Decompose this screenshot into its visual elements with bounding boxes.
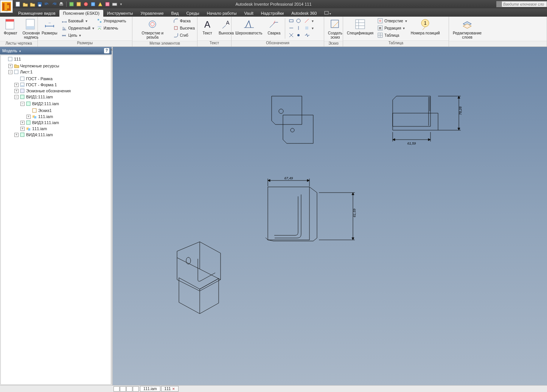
svg-rect-50 [20,89,24,93]
punch-button[interactable]: Высечка [173,25,195,31]
tab-extra-icon[interactable]: ▾ [320,10,335,17]
svg-text:↔: ↔ [48,21,51,25]
svg-rect-19 [98,19,99,20]
sym-5[interactable]: ▾ [304,25,314,31]
separator [285,18,285,39]
revision-button[interactable]: RРедакция▾ [377,25,407,31]
svg-text:67,49: 67,49 [284,176,293,180]
dimension-button[interactable]: ↔Размеры [40,17,59,36]
panel-label-feature: Метки элементов [132,41,197,47]
sym-3[interactable] [288,32,301,39]
sym-6[interactable] [304,32,314,39]
text-button[interactable]: AТекст [200,17,215,36]
format-button[interactable]: Формат [2,17,19,36]
tab-vault[interactable]: Vault [241,10,257,17]
edit-layers-button[interactable]: Редактирование слоев [451,17,483,40]
tree-item[interactable]: −Лист:1 ГОСТ - Рамка +ГОСТ - Форма 1 +Эс… [8,69,110,138]
bom-button[interactable]: Спецификация [345,17,375,36]
qat-icon-2[interactable] [76,1,82,7]
tree-item[interactable]: +ВИД4:111.iam [14,132,110,138]
table-button[interactable]: Таблица [377,32,407,39]
balloon-button[interactable]: 1Номера позиций [409,17,441,36]
qat-icon-4[interactable] [90,1,96,7]
viewmode-3-icon[interactable] [126,386,132,392]
qat-icon-1[interactable] [68,1,75,7]
tree-item[interactable]: +ВИД3:111.iam [20,120,110,126]
search-arrow-icon[interactable] [496,1,502,7]
model-tree[interactable]: 111 +Чертежные ресурсы −Лист:1 ГОСТ - Ра… [0,55,111,385]
svg-rect-10 [91,2,95,6]
viewmode-2-icon[interactable] [120,386,126,392]
new-icon[interactable] [15,1,21,7]
tab-manage[interactable]: Управление [137,10,167,17]
viewmode-4-icon[interactable] [133,386,139,392]
tab-annotate-eskd[interactable]: Пояснение (ESKD) [59,10,103,17]
tree-item[interactable]: +111.iam [26,114,110,120]
drawing-canvas[interactable]: 78,28 61,59 67,49 [113,47,547,385]
svg-point-23 [151,22,154,26]
baseline-button[interactable]: Базовый▾ [61,17,94,24]
tab-views[interactable]: Размещение видов [14,10,59,17]
app-logo[interactable]: PRO [0,0,13,13]
hole-table-button[interactable]: Отверстие▾ [377,17,407,24]
tree-item[interactable]: Эскиз1 [26,107,110,114]
svg-rect-55 [34,116,36,118]
qat-icon-3[interactable] [83,1,89,7]
svg-rect-45 [8,57,12,61]
panel-label-layers [449,41,547,47]
tab-getstarted[interactable]: Начало работы [203,10,241,17]
svg-rect-53 [33,109,36,112]
sym-4[interactable]: ▾ [304,17,314,24]
open2-icon[interactable] [30,1,36,7]
tab-autodesk360[interactable]: Autodesk 360 [287,10,320,17]
tree-item[interactable]: +ГОСТ - Форма 1 [14,82,110,88]
save-icon[interactable] [37,1,43,7]
svg-text:A: A [226,20,230,26]
tree-item[interactable]: ГОСТ - Рамка [14,76,110,82]
svg-rect-13 [325,11,328,14]
svg-text:61,59: 61,59 [353,208,356,217]
surface-button[interactable]: Шероховатость [234,17,264,36]
doc-tab-idw[interactable]: 111✕ [161,386,179,392]
model-browser: Модель ▾ ? 111 +Чертежные ресурсы −Лист:… [0,47,113,385]
qat-icon-6[interactable] [104,1,110,7]
doc-tab-iam[interactable]: 111.iam [140,386,160,392]
tab-environments[interactable]: Среды [183,10,203,17]
tree-item[interactable]: −ВИД2:111.iam Эскиз1 +111.iam [20,101,110,120]
create-sketch-button[interactable]: Создать эскиз [326,17,344,40]
svg-rect-59 [20,133,24,137]
weld-button[interactable]: Сварка [266,17,282,36]
viewmode-1-icon[interactable] [113,386,120,392]
chamfer-button[interactable]: Фаска [173,17,195,24]
help-icon[interactable]: ? [104,48,109,53]
tree-item[interactable]: +Эскизные обозначения [14,88,110,94]
open-icon[interactable] [22,1,28,7]
bend-button[interactable]: Сгиб [173,32,195,39]
keyword-search-input[interactable] [502,1,547,7]
print-icon[interactable] [58,1,64,7]
tab-tools[interactable]: Инструменты [103,10,137,17]
arrange-button[interactable]: Упорядочить [96,17,126,24]
svg-rect-36 [378,19,382,23]
undo-icon[interactable] [44,1,50,7]
tree-item[interactable]: +Чертежные ресурсы [8,63,110,69]
close-icon[interactable]: ✕ [172,387,175,391]
qat-icon-7[interactable] [112,1,118,7]
tree-item[interactable]: −ВИД1:111.iam −ВИД2:111.iam Эскиз1 +111.… [14,94,110,132]
sym-2[interactable] [288,25,301,31]
model-header[interactable]: Модель ▾ ? [0,47,112,54]
chain-button[interactable]: Цепь▾ [61,32,94,39]
qat-dropdown-icon[interactable]: ▼ [120,3,123,6]
tab-view[interactable]: Вид [168,10,183,17]
sym-1[interactable] [288,17,301,24]
retrieve-button[interactable]: Извлечь [96,25,126,31]
hole-thread-button[interactable]: Отверстие и резьба [135,17,171,40]
tree-root[interactable]: 111 +Чертежные ресурсы −Лист:1 ГОСТ - Ра… [2,56,110,138]
redo-icon[interactable] [51,1,57,7]
panel-close-icon[interactable]: ✕ [110,48,113,51]
tab-addins[interactable]: Надстройки [257,10,287,17]
qat-icon-5[interactable] [97,1,103,7]
ordinate-button[interactable]: Ординатный▾ [61,25,94,31]
tree-item[interactable]: +111.iam [20,126,110,132]
quick-access-toolbar: ▼ [15,1,123,7]
